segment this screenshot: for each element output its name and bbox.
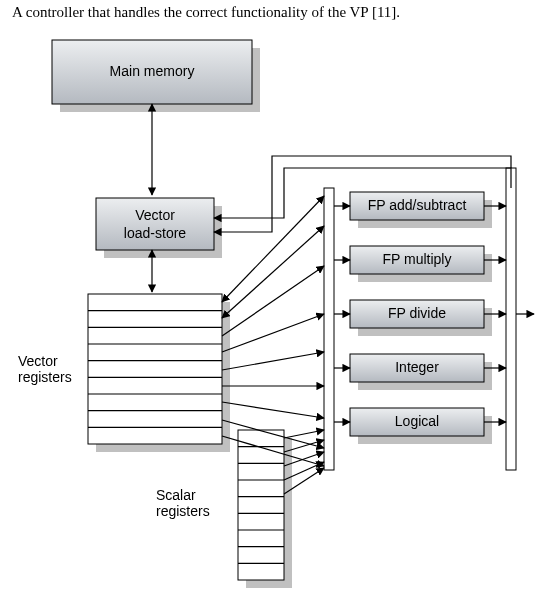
integer-label: Integer: [395, 359, 439, 375]
vector-registers-label-1: Vector: [18, 353, 58, 369]
svg-line-35: [222, 226, 324, 318]
svg-line-43: [284, 430, 324, 438]
svg-rect-5: [88, 294, 222, 444]
svg-line-40: [222, 402, 324, 418]
vreg-to-bus-fan: [222, 196, 324, 466]
svg-line-37: [222, 314, 324, 352]
vls-label-2: load-store: [124, 225, 186, 241]
main-memory-label: Main memory: [110, 63, 195, 79]
logical-label: Logical: [395, 413, 439, 429]
fp-add-block: FP add/subtract: [350, 192, 492, 228]
diagram-svg: Main memory Vector load-store Vector reg…: [0, 0, 552, 600]
svg-line-36: [222, 266, 324, 336]
vector-registers-label-2: registers: [18, 369, 72, 385]
fp-add-label: FP add/subtract: [368, 197, 467, 213]
integer-block: Integer: [350, 354, 492, 390]
input-bus-bar: [324, 188, 334, 470]
fp-div-block: FP divide: [350, 300, 492, 336]
vector-load-store-block: Vector load-store: [96, 198, 222, 258]
fp-mul-label: FP multiply: [383, 251, 452, 267]
vector-registers-block: [88, 294, 230, 452]
scalar-registers-label-2: registers: [156, 503, 210, 519]
logical-block: Logical: [350, 408, 492, 444]
vls-label-1: Vector: [135, 207, 175, 223]
fp-mul-block: FP multiply: [350, 246, 492, 282]
output-bus-bar: [506, 168, 516, 470]
svg-line-38: [222, 352, 324, 370]
svg-line-34: [222, 196, 324, 302]
main-memory-block: Main memory: [52, 40, 260, 112]
fp-div-label: FP divide: [388, 305, 446, 321]
scalar-registers-label-1: Scalar: [156, 487, 196, 503]
